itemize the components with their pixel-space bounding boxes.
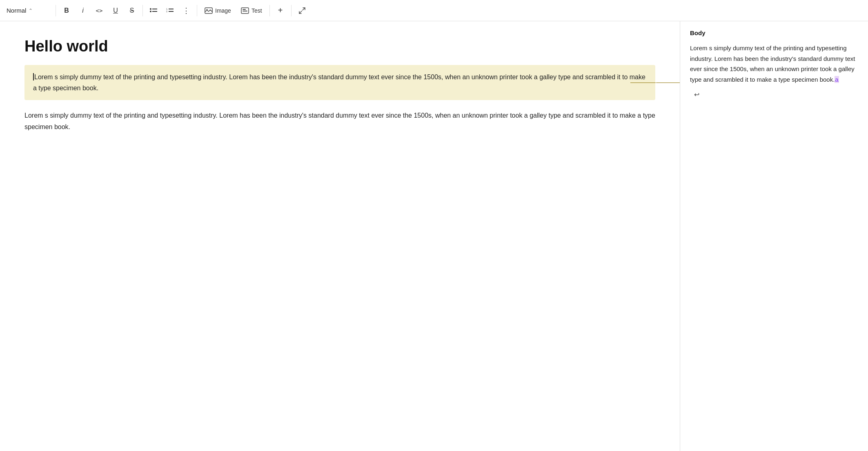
svg-point-2 [150,11,151,12]
italic-button[interactable]: i [76,3,90,18]
svg-rect-3 [152,11,157,12]
divider-2 [142,5,143,16]
svg-point-0 [150,8,151,10]
connector-line [630,83,656,83]
highlighted-paragraph-block[interactable]: Lorem s simply dummy text of the printin… [24,65,655,100]
divider-5 [291,5,292,16]
expand-icon [298,7,306,14]
svg-text:2.: 2. [166,10,168,13]
highlighted-char: a [835,76,839,83]
bullet-list-button[interactable] [146,3,161,18]
divider-3 [197,5,197,16]
highlighted-paragraph-text: Lorem s simply dummy text of the printin… [33,71,648,94]
test-label: Test [251,7,262,14]
chevron-down-icon: ⌃ [29,8,33,13]
test-button[interactable]: Test [237,3,266,18]
editor-area[interactable]: Hello world Lorem s simply dummy text of… [0,21,680,451]
style-selector-label: Normal [7,7,26,14]
image-icon [205,7,213,14]
main-layout: Hello world Lorem s simply dummy text of… [0,21,868,451]
ordered-list-button[interactable]: 1. 2. [162,3,177,18]
page-title: Hello world [24,38,655,55]
strikethrough-button[interactable]: S [125,3,139,18]
more-options-button[interactable]: ⋮ [179,3,194,18]
svg-rect-12 [243,11,247,11]
normal-paragraph-text: Lorem s simply dummy text of the printin… [24,110,655,132]
panel-body-text: Lorem s simply dummy text of the printin… [690,43,858,85]
normal-paragraph-block: Lorem s simply dummy text of the printin… [24,108,655,134]
divider-4 [269,5,270,16]
expand-button[interactable] [295,3,309,18]
add-button[interactable]: + [273,3,288,18]
code-button[interactable]: <> [92,3,107,18]
toolbar: Normal ⌃ B i <> U S 1. 2. [0,0,868,21]
undo-button[interactable]: ↩ [690,88,703,101]
divider-1 [56,5,56,16]
text-cursor [33,73,34,80]
style-selector[interactable]: Normal ⌃ [3,5,52,16]
svg-rect-1 [152,9,157,9]
panel-title: Body [690,29,858,36]
svg-rect-5 [169,9,174,9]
highlighted-block-wrapper: Lorem s simply dummy text of the printin… [24,65,655,100]
test-icon [241,7,249,14]
svg-rect-7 [169,11,174,12]
svg-rect-11 [243,9,246,10]
image-button[interactable]: Image [200,3,235,18]
bold-button[interactable]: B [59,3,74,18]
image-label: Image [215,7,231,14]
right-panel: Body Lorem s simply dummy text of the pr… [680,21,868,451]
underline-button[interactable]: U [108,3,123,18]
